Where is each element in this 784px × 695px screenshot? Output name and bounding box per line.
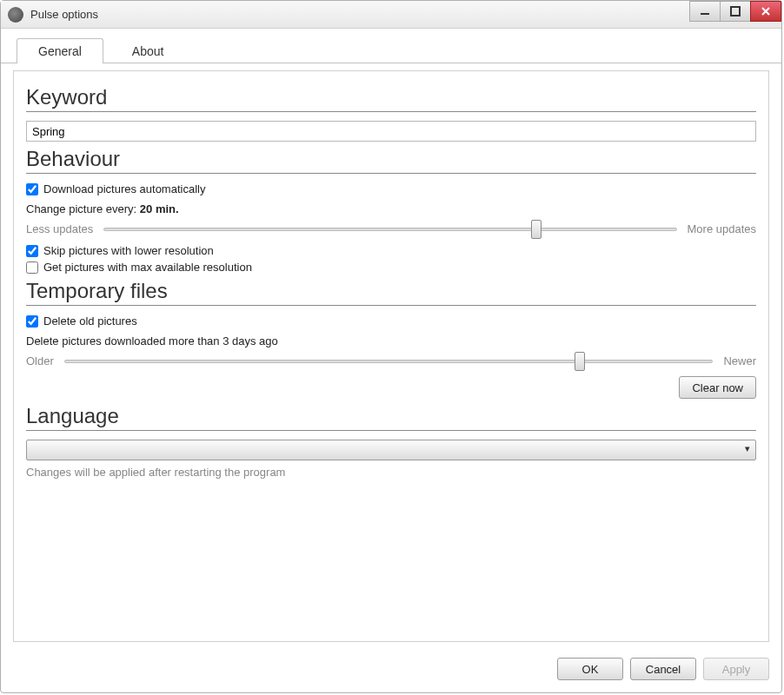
options-window: Pulse options General About Keyword Beha… xyxy=(0,0,782,693)
section-language-title: Language xyxy=(26,404,756,431)
minimize-icon xyxy=(699,5,711,17)
section-behaviour-title: Behaviour xyxy=(26,147,756,174)
delete-old-row[interactable]: Delete old pictures xyxy=(26,314,756,328)
change-every-label: Change picture every: xyxy=(26,202,136,215)
change-every-value: 20 min. xyxy=(140,202,179,215)
section-temp-title: Temporary files xyxy=(26,279,756,306)
age-slider-left: Older xyxy=(26,354,54,367)
window-controls xyxy=(690,1,781,22)
update-frequency-slider[interactable] xyxy=(103,228,676,231)
download-auto-row[interactable]: Download pictures automatically xyxy=(26,182,756,195)
language-select[interactable] xyxy=(26,440,756,460)
skip-lower-row[interactable]: Skip pictures with lower resolution xyxy=(26,244,756,257)
cancel-button[interactable]: Cancel xyxy=(630,658,696,680)
delete-old-checkbox[interactable] xyxy=(26,315,38,328)
delete-old-label: Delete old pictures xyxy=(43,314,137,328)
get-max-label: Get pictures with max available resoluti… xyxy=(43,261,252,274)
age-slider[interactable] xyxy=(64,360,714,363)
get-max-checkbox[interactable] xyxy=(26,261,38,274)
delete-more-than-text: Delete pictures downloaded more than 3 d… xyxy=(26,334,756,348)
language-hint: Changes will be applied after restarting… xyxy=(26,466,756,479)
clear-now-button[interactable]: Clear now xyxy=(679,376,756,399)
apply-button[interactable]: Apply xyxy=(703,658,769,680)
tabs: General About xyxy=(1,29,781,63)
section-keyword-title: Keyword xyxy=(26,85,756,112)
download-auto-checkbox[interactable] xyxy=(26,183,38,195)
skip-lower-checkbox[interactable] xyxy=(26,245,38,257)
age-slider-right: Newer xyxy=(723,354,756,367)
update-frequency-slider-row: Less updates More updates xyxy=(26,222,756,235)
close-icon xyxy=(760,5,772,17)
titlebar: Pulse options xyxy=(1,1,781,29)
maximize-icon xyxy=(729,5,741,17)
ok-button[interactable]: OK xyxy=(557,658,623,680)
get-max-row[interactable]: Get pictures with max available resoluti… xyxy=(26,261,756,274)
keyword-input[interactable] xyxy=(26,121,756,142)
close-button[interactable] xyxy=(750,1,781,22)
change-every-row: Change picture every: 20 min. xyxy=(26,202,756,215)
maximize-button[interactable] xyxy=(720,1,751,22)
download-auto-label: Download pictures automatically xyxy=(43,182,205,195)
clear-now-row: Clear now xyxy=(26,376,756,399)
content-panel: Keyword Behaviour Download pictures auto… xyxy=(13,70,769,642)
dialog-footer: OK Cancel Apply xyxy=(1,649,781,692)
svg-rect-0 xyxy=(701,13,709,15)
minimize-button[interactable] xyxy=(689,1,721,22)
svg-rect-1 xyxy=(731,7,740,16)
tab-about[interactable]: About xyxy=(110,38,186,63)
window-title: Pulse options xyxy=(30,8,98,21)
tab-general[interactable]: General xyxy=(17,38,103,63)
app-icon xyxy=(8,7,23,23)
slider-left-label: Less updates xyxy=(26,222,93,235)
age-slider-row: Older Newer xyxy=(26,354,756,367)
slider-right-label: More updates xyxy=(688,222,757,235)
skip-lower-label: Skip pictures with lower resolution xyxy=(43,244,214,257)
